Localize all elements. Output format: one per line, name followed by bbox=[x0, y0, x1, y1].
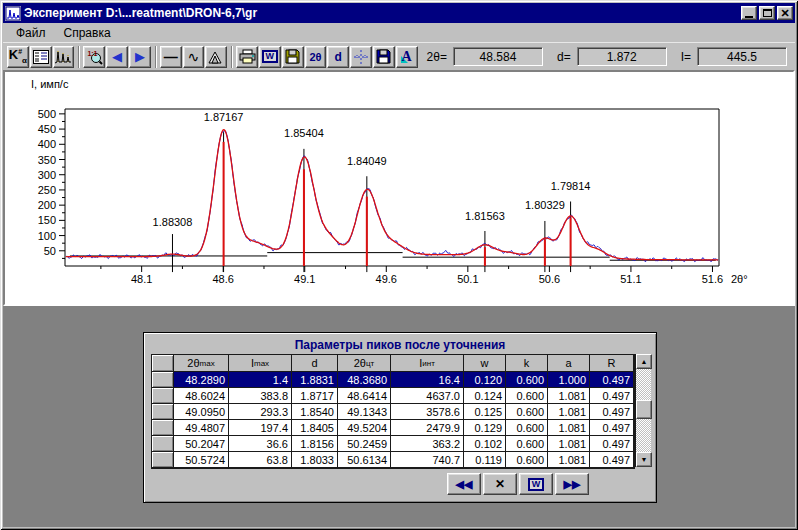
scrollbar-down-button[interactable]: ▼ bbox=[636, 452, 652, 467]
row-header-cell[interactable] bbox=[152, 372, 174, 388]
table-cell[interactable]: 16.4 bbox=[391, 372, 464, 388]
table-cell[interactable]: 0.497 bbox=[590, 420, 634, 436]
prev-arrow-button[interactable]: ◀ bbox=[106, 46, 128, 68]
peak-fit-button[interactable] bbox=[205, 46, 227, 68]
table-row[interactable]: 49.0950293.31.854049.13433578.60.1250.60… bbox=[152, 404, 634, 420]
table-cell[interactable]: 0.600 bbox=[506, 388, 548, 404]
table-cell[interactable]: 0.600 bbox=[506, 404, 548, 420]
table-cell[interactable]: 1.8405 bbox=[292, 420, 338, 436]
table-cell[interactable]: 49.4807 bbox=[174, 420, 229, 436]
table-cell[interactable]: 0.600 bbox=[506, 452, 548, 468]
table-cell[interactable]: 1.000 bbox=[548, 372, 590, 388]
row-header-cell[interactable] bbox=[152, 388, 174, 404]
word-export-button[interactable]: W bbox=[259, 46, 281, 68]
table-cell[interactable]: 1.081 bbox=[548, 404, 590, 420]
table-cell[interactable]: 0.125 bbox=[464, 404, 506, 420]
table-cell[interactable]: 48.3680 bbox=[338, 372, 391, 388]
menu-file[interactable]: Файл bbox=[7, 25, 55, 42]
zoom-1to1-button[interactable]: 1:1 bbox=[83, 46, 105, 68]
table-cell[interactable]: 0.497 bbox=[590, 452, 634, 468]
smooth-curve-button[interactable]: ∿ bbox=[183, 46, 205, 68]
last-peak-button[interactable]: ▶▶ bbox=[555, 473, 589, 495]
table-cell[interactable]: 49.5204 bbox=[338, 420, 391, 436]
table-row[interactable]: 48.28901.41.883148.368016.40.1200.6001.0… bbox=[152, 372, 634, 388]
grid-button[interactable] bbox=[350, 46, 372, 68]
menu-help[interactable]: Справка bbox=[55, 25, 120, 42]
print-button[interactable] bbox=[236, 46, 258, 68]
table-cell[interactable]: 0.600 bbox=[506, 436, 548, 452]
table-cell[interactable]: 0.497 bbox=[590, 436, 634, 452]
table-cell[interactable]: 49.0950 bbox=[174, 404, 229, 420]
row-header-cell[interactable] bbox=[152, 452, 174, 468]
table-row[interactable]: 50.204736.61.815650.2459363.20.1020.6001… bbox=[152, 436, 634, 452]
table-cell[interactable]: 49.1343 bbox=[338, 404, 391, 420]
column-header[interactable]: w bbox=[464, 355, 506, 372]
table-cell[interactable]: 50.2459 bbox=[338, 436, 391, 452]
save-data-button[interactable] bbox=[282, 46, 304, 68]
table-cell[interactable]: 1.8156 bbox=[292, 436, 338, 452]
two-theta-mode-button[interactable]: 2θ bbox=[305, 46, 327, 68]
table-cell[interactable]: 3578.6 bbox=[391, 404, 464, 420]
text-label-button[interactable]: A bbox=[396, 46, 418, 68]
table-cell[interactable]: 0.497 bbox=[590, 388, 634, 404]
background-line-button[interactable]: — bbox=[160, 46, 182, 68]
row-header-cell[interactable] bbox=[152, 420, 174, 436]
table-cell[interactable]: 1.8540 bbox=[292, 404, 338, 420]
table-cell[interactable]: 0.600 bbox=[506, 372, 548, 388]
column-header[interactable]: R bbox=[590, 355, 634, 372]
column-header[interactable]: Iинт bbox=[391, 355, 464, 372]
table-cell[interactable]: 0.497 bbox=[590, 404, 634, 420]
table-cell[interactable]: 1.081 bbox=[548, 452, 590, 468]
spectrum-button[interactable] bbox=[53, 46, 75, 68]
table-cell[interactable]: 197.4 bbox=[229, 420, 292, 436]
column-header[interactable]: 2θmax bbox=[174, 355, 229, 372]
table-cell[interactable]: 0.124 bbox=[464, 388, 506, 404]
chart-panel[interactable]: 5010015020025030035040045050048.148.649.… bbox=[3, 70, 795, 306]
delete-peak-button[interactable]: ✕ bbox=[483, 473, 517, 495]
table-cell[interactable]: 0.497 bbox=[590, 372, 634, 388]
table-cell[interactable]: 740.7 bbox=[391, 452, 464, 468]
maximize-button[interactable] bbox=[759, 6, 775, 20]
row-header-cell[interactable] bbox=[152, 436, 174, 452]
first-peak-button[interactable]: ◀◀ bbox=[447, 473, 481, 495]
save-picture-button[interactable] bbox=[373, 46, 395, 68]
table-cell[interactable]: 50.5724 bbox=[174, 452, 229, 468]
table-cell[interactable]: 0.600 bbox=[506, 420, 548, 436]
table-cell[interactable]: 383.8 bbox=[229, 388, 292, 404]
peak-list-button[interactable] bbox=[30, 46, 52, 68]
column-header[interactable]: a bbox=[548, 355, 590, 372]
table-cell[interactable]: 1.081 bbox=[548, 436, 590, 452]
scrollbar-up-button[interactable]: ▲ bbox=[636, 354, 652, 369]
table-cell[interactable]: 1.4 bbox=[229, 372, 292, 388]
table-row[interactable]: 49.4807197.41.840549.52042479.90.1290.60… bbox=[152, 420, 634, 436]
table-cell[interactable]: 1.081 bbox=[548, 420, 590, 436]
table-row[interactable]: 50.572463.81.803350.6134740.70.1190.6001… bbox=[152, 452, 634, 468]
table-cell[interactable]: 48.2890 bbox=[174, 372, 229, 388]
next-arrow-button[interactable]: ▶ bbox=[129, 46, 151, 68]
scrollbar-thumb[interactable] bbox=[636, 400, 652, 419]
table-cell[interactable]: 50.6134 bbox=[338, 452, 391, 468]
table-cell[interactable]: 1.8033 bbox=[292, 452, 338, 468]
table-cell[interactable]: 50.2047 bbox=[174, 436, 229, 452]
table-cell[interactable]: 4637.0 bbox=[391, 388, 464, 404]
close-button[interactable]: ✕ bbox=[777, 6, 793, 20]
table-row[interactable]: 48.6024383.81.871748.64144637.00.1240.60… bbox=[152, 388, 634, 404]
table-cell[interactable]: 363.2 bbox=[391, 436, 464, 452]
table-cell[interactable]: 1.8717 bbox=[292, 388, 338, 404]
d-mode-button[interactable]: d bbox=[327, 46, 349, 68]
table-cell[interactable]: 0.119 bbox=[464, 452, 506, 468]
column-header[interactable]: d bbox=[292, 355, 338, 372]
table-cell[interactable]: 2479.9 bbox=[391, 420, 464, 436]
table-cell[interactable]: 48.6024 bbox=[174, 388, 229, 404]
table-cell[interactable]: 0.102 bbox=[464, 436, 506, 452]
word-report-button[interactable]: W bbox=[519, 473, 553, 495]
column-header[interactable]: Imax bbox=[229, 355, 292, 372]
kalpha-button[interactable]: K#α bbox=[7, 46, 29, 68]
table-cell[interactable]: 63.8 bbox=[229, 452, 292, 468]
table-cell[interactable]: 36.6 bbox=[229, 436, 292, 452]
row-header-cell[interactable] bbox=[152, 404, 174, 420]
table-cell[interactable]: 1.081 bbox=[548, 388, 590, 404]
table-cell[interactable]: 1.8831 bbox=[292, 372, 338, 388]
table-cell[interactable]: 293.3 bbox=[229, 404, 292, 420]
diffraction-chart[interactable]: 5010015020025030035040045050048.148.649.… bbox=[5, 72, 793, 304]
